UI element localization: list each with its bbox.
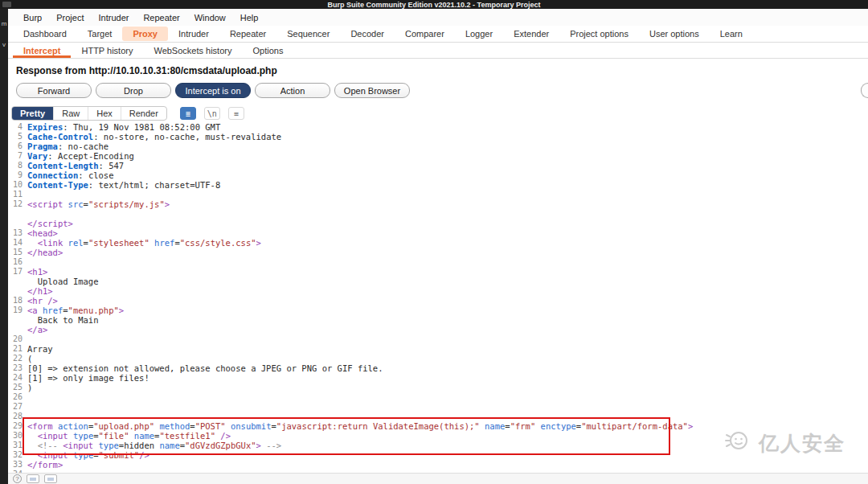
code-line: 21Array — [8, 344, 868, 354]
line-number: 16 — [8, 257, 23, 267]
line-number: 8 — [8, 161, 23, 170]
code-token: <form — [27, 421, 53, 431]
pretty-print-settings-icon[interactable]: ≣ — [180, 107, 196, 120]
code-token: : — [58, 142, 68, 151]
tab-logger[interactable]: Logger — [455, 26, 503, 42]
code-token: Pragma — [27, 142, 58, 151]
code-token: name — [485, 421, 505, 431]
code-token: </head> — [27, 248, 63, 257]
line-number: 4 — [8, 122, 23, 132]
code-token: </h1> — [27, 286, 53, 296]
subtab-intercept[interactable]: Intercept — [13, 43, 71, 58]
forward-button[interactable]: Forward — [16, 83, 92, 98]
code-line: 17<h1> — [8, 267, 868, 277]
code-token: "scripts/my.js" — [88, 199, 165, 209]
menu-help[interactable]: Help — [233, 13, 266, 23]
tab-sequencer[interactable]: Sequencer — [276, 26, 340, 42]
drop-button[interactable]: Drop — [96, 83, 171, 98]
code-line: Upload Image — [8, 277, 868, 286]
code-line: 30 <input type="file" name="testfile1" /… — [8, 431, 868, 441]
tab-user-options[interactable]: User options — [639, 26, 710, 42]
tab-target[interactable]: Target — [77, 26, 123, 42]
code-line: 33</form> — [8, 460, 868, 470]
tab-project-options[interactable]: Project options — [559, 26, 639, 42]
sub-tab-bar: InterceptHTTP historyWebSockets historyO… — [8, 43, 868, 59]
show-newlines-icon[interactable]: \n — [204, 107, 220, 120]
code-token: Expires — [27, 122, 63, 132]
code-line: 10Content-Type: text/html; charset=UTF-8 — [8, 180, 868, 190]
line-number: 22 — [8, 354, 23, 363]
action-button[interactable]: Action — [255, 83, 330, 98]
code-line: 25) — [8, 383, 868, 392]
line-number: 30 — [8, 431, 23, 441]
code-line: 28 — [8, 412, 868, 421]
subtab-options[interactable]: Options — [242, 43, 293, 58]
tab-learn[interactable]: Learn — [710, 26, 753, 42]
line-number: 13 — [8, 228, 23, 238]
code-token — [27, 238, 38, 248]
subtab-websockets-history[interactable]: WebSockets history — [143, 43, 242, 58]
line-content: <input type="submit"/> — [27, 450, 149, 460]
status-widget-2[interactable] — [44, 474, 57, 483]
strip-char: v — [2, 41, 6, 48]
line-number: 27 — [8, 402, 23, 412]
line-number: 7 — [8, 151, 23, 161]
tab-repeater[interactable]: Repeater — [219, 26, 276, 42]
line-number — [8, 209, 23, 219]
menu-window[interactable]: Window — [187, 13, 233, 23]
code-token: Array — [27, 344, 53, 354]
menu-intruder[interactable]: Intruder — [92, 13, 137, 23]
tab-dashboard[interactable]: Dashboard — [13, 26, 77, 42]
line-content: Pragma: no-cache — [27, 142, 108, 151]
line-number: 31 — [8, 441, 23, 450]
intercept-toggle-button[interactable]: Intercept is on — [175, 83, 251, 98]
code-area[interactable]: 4Expires: Thu, 19 Nov 1981 08:52:00 GMT5… — [8, 122, 868, 479]
code-token: text/html; charset=UTF-8 — [99, 180, 221, 190]
menu-project[interactable]: Project — [49, 13, 91, 23]
code-token: type — [99, 441, 119, 450]
line-number: 32 — [8, 450, 23, 460]
window-title: Burp Suite Community Edition v2021.10.2 … — [328, 1, 541, 9]
window-icon — [2, 2, 11, 7]
code-line: 11 — [8, 190, 868, 199]
editor-menu-icon[interactable]: ≡ — [228, 107, 244, 120]
code-token: href — [43, 306, 63, 315]
tab-decoder[interactable]: Decoder — [340, 26, 395, 42]
code-line: 14 <link rel="stylesheet" href="css/styl… — [8, 238, 868, 248]
tab-proxy[interactable]: Proxy — [122, 27, 168, 41]
status-widget-1[interactable] — [27, 474, 39, 483]
tab-extender[interactable]: Extender — [503, 26, 559, 42]
tab-intruder[interactable]: Intruder — [168, 26, 219, 42]
response-info: Response from http://10.10.10.31:80/cmsd… — [16, 65, 868, 76]
code-token: "testfile1" — [159, 431, 215, 441]
menu-burp[interactable]: Burp — [16, 13, 49, 23]
line-content: </a> — [27, 325, 47, 334]
view-tab-hex[interactable]: Hex — [88, 107, 121, 120]
help-icon[interactable]: ? — [13, 474, 22, 483]
code-token: "css/style.css" — [180, 238, 256, 248]
view-tab-render[interactable]: Render — [121, 107, 166, 120]
line-number: 29 — [8, 421, 23, 431]
subtab-http-history[interactable]: HTTP history — [71, 43, 143, 58]
code-token: : — [88, 180, 99, 190]
code-token: : — [78, 170, 88, 180]
code-token: Cache-Control — [27, 132, 93, 142]
line-content: <link rel="stylesheet" href="css/style.c… — [27, 238, 261, 248]
code-token: > — [688, 421, 693, 431]
code-line: 5Cache-Control: no-store, no-cache, must… — [8, 132, 868, 142]
code-line: 32 <input type="submit"/> — [8, 450, 868, 460]
view-tab-raw[interactable]: Raw — [54, 107, 88, 120]
menu-repeater[interactable]: Repeater — [136, 13, 186, 23]
code-token: <hr /> — [27, 296, 58, 306]
line-number: 10 — [8, 180, 23, 190]
tab-comparer[interactable]: Comparer — [395, 26, 455, 42]
code-token: Accept-Encoding — [58, 151, 134, 161]
open-browser-button[interactable]: Open Browser — [334, 83, 410, 98]
code-line: 19<a href="menu.php"> — [8, 306, 868, 315]
settings-gear-button-partial[interactable] — [861, 83, 868, 98]
line-content: Expires: Thu, 19 Nov 1981 08:52:00 GMT — [27, 122, 220, 132]
view-tab-pretty[interactable]: Pretty — [12, 107, 54, 120]
code-token: > — [165, 199, 170, 209]
code-token: "submit" — [99, 450, 140, 460]
code-token: </script> — [27, 219, 73, 228]
